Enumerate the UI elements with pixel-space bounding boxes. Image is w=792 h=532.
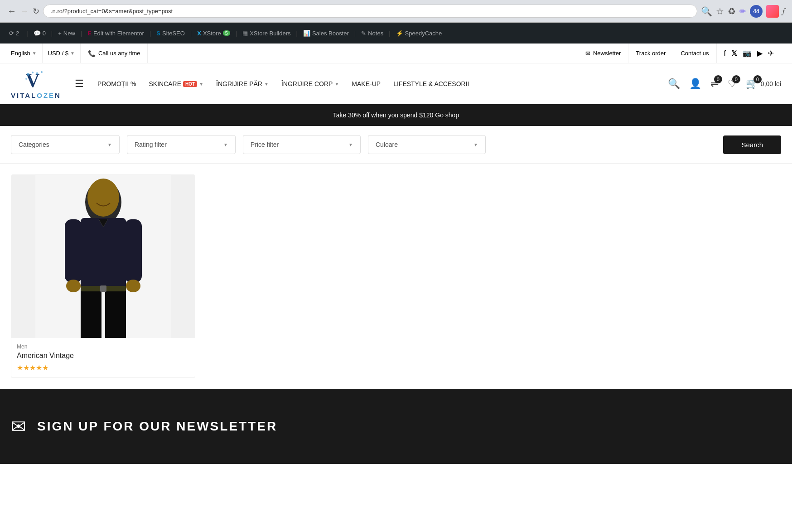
chevron-down-icon: ▼ [32, 51, 37, 56]
recycle-icon: ♻ [728, 6, 736, 17]
youtube-icon[interactable]: ▶ [757, 49, 763, 58]
currency-label: USD / $ [48, 50, 69, 57]
admin-sales-booster[interactable]: 📊 Sales Booster [299, 30, 353, 37]
ext-func-icon[interactable]: 𝑓 [782, 6, 785, 16]
svg-rect-14 [105, 287, 126, 338]
contact-us-item[interactable]: Contact us [673, 44, 716, 63]
instagram-icon[interactable]: 📷 [743, 49, 752, 58]
svg-rect-16 [100, 285, 106, 292]
product-info: Men American Vintage ★★★★★ [11, 338, 195, 377]
browser-bar: ← → ↻ .n.ro/?product_cat=0&s=amer&post_t… [0, 0, 792, 23]
admin-notes[interactable]: ✎ Notes [357, 30, 387, 37]
svg-point-18 [126, 280, 140, 292]
pen-ext-icon[interactable]: ✏ [739, 6, 746, 16]
admin-new[interactable]: + New [54, 30, 79, 37]
comment-icon: 💬 [34, 30, 41, 37]
admin-comments[interactable]: 💬 0 [30, 30, 49, 37]
nav-promotii[interactable]: PROMOȚII % [91, 63, 143, 104]
svg-point-17 [66, 280, 81, 292]
logo-svg: V [24, 70, 48, 90]
nav-lifestyle[interactable]: LIFESTYLE & ACCESORII [387, 63, 475, 104]
svg-point-3 [36, 73, 38, 75]
search-nav-icon[interactable]: 🔍 [668, 78, 680, 90]
product-name: American Vintage [17, 352, 189, 360]
facebook-icon[interactable]: f [724, 49, 726, 58]
categories-filter[interactable]: Categories ▼ [11, 135, 120, 154]
product-stars: ★★★★★ [17, 363, 189, 372]
telegram-icon[interactable]: ✈ [768, 49, 774, 58]
compare-icon-group[interactable]: ⇌ 0 [710, 78, 719, 90]
newsletter-envelope-icon: ✉ [11, 416, 26, 437]
chevron-categories: ▼ [107, 142, 112, 147]
refresh-button[interactable]: ↻ [33, 6, 39, 16]
wishlist-count: 0 [732, 75, 740, 83]
track-order-item[interactable]: Track order [628, 44, 673, 63]
color-filter[interactable]: Culoare ▼ [368, 135, 486, 154]
logo[interactable]: V VITALOZEN [11, 69, 61, 99]
currency-selector[interactable]: USD / $ ▼ [43, 44, 81, 63]
admin-xstore-builders[interactable]: ▦ XStore Builders [239, 30, 294, 37]
twitter-icon[interactable]: 𝕏 [731, 49, 737, 58]
promo-link[interactable]: Go shop [435, 111, 459, 119]
filter-bar: Categories ▼ Rating filter ▼ Price filte… [0, 126, 792, 164]
chevron-skincare: ▼ [199, 82, 203, 87]
nav-makeup[interactable]: MAKE-UP [345, 63, 387, 104]
url-bar[interactable]: .n.ro/?product_cat=0&s=amer&post_type=po… [43, 5, 697, 18]
search-icon[interactable]: 🔍 [701, 6, 712, 17]
bookmark-icon[interactable]: ☆ [716, 6, 724, 17]
admin-speedycache[interactable]: ⚡ SpeedyCache [392, 30, 446, 37]
admin-siteseo[interactable]: S SiteSEO [153, 30, 188, 37]
nav-links: PROMOȚII % SKINCARE HOT ▼ ÎNGRIJIRE PĂR … [91, 63, 476, 104]
cart-icon-group[interactable]: 🛒 0 0,00 lei [746, 78, 781, 90]
price-filter[interactable]: Price filter ▼ [243, 135, 361, 154]
admin-sep-9: | [389, 30, 390, 37]
promo-bar: Take 30% off when you spend $120 Go shop [0, 104, 792, 126]
price-label: Price filter [251, 141, 279, 148]
xstore-icon: X [197, 30, 201, 37]
admin-sep-7: | [296, 30, 298, 37]
promo-text: Take 30% off when you spend $120 [333, 111, 435, 119]
product-category: Men [17, 343, 189, 350]
nav-ingrijire-corp[interactable]: ÎNGRIJIRE CORP ▼ [275, 63, 345, 104]
siteseo-icon: S [156, 30, 160, 37]
back-button[interactable]: ← [7, 6, 16, 16]
customize-icon: ⟳ [9, 30, 14, 37]
admin-xstore[interactable]: X XStore 5 [193, 30, 234, 37]
chevron-corp: ▼ [334, 82, 339, 87]
forward-button[interactable]: → [20, 6, 29, 16]
admin-bar: ⟳ 2 | 💬 0 | + New | E Edit with Elemento… [0, 23, 792, 44]
nav-ingrijire-par[interactable]: ÎNGRIJIRE PĂR ▼ [210, 63, 275, 104]
plus-icon: + [58, 30, 62, 37]
svg-rect-11 [65, 219, 82, 283]
language-selector[interactable]: English ▼ [11, 44, 43, 63]
categories-label: Categories [19, 141, 49, 148]
admin-customize[interactable]: ⟳ 2 [5, 30, 24, 37]
cart-icon-wrap: 🛒 0 [746, 78, 758, 90]
product-grid: Men American Vintage ★★★★★ [0, 164, 792, 389]
search-button[interactable]: Search [723, 135, 781, 154]
svg-point-2 [32, 72, 34, 73]
ext-home-icon[interactable]: 44 [750, 5, 763, 18]
chevron-down-icon-2: ▼ [70, 51, 75, 56]
account-icon[interactable]: 👤 [689, 78, 701, 90]
logo-icon: V [22, 69, 49, 92]
right-info-items: ✉ Newsletter Track order Contact us f 𝕏 … [578, 44, 781, 63]
compare-count: 0 [714, 75, 722, 83]
ext-pink-icon[interactable] [766, 5, 779, 18]
newsletter-footer: ✉ SIGN UP FOR OUR NEWSLETTER [0, 389, 792, 464]
newsletter-item[interactable]: ✉ Newsletter [578, 44, 628, 63]
product-card[interactable]: Men American Vintage ★★★★★ [11, 174, 195, 378]
admin-sep-1: | [26, 30, 28, 37]
admin-elementor[interactable]: E Edit with Elementor [84, 30, 148, 37]
wishlist-icon-group[interactable]: ♡ 0 [728, 78, 737, 90]
rating-filter[interactable]: Rating filter ▼ [127, 135, 236, 154]
hamburger-button[interactable]: ☰ [75, 78, 84, 90]
newsletter-label: Newsletter [593, 50, 621, 57]
nav-skincare[interactable]: SKINCARE HOT ▼ [142, 63, 210, 104]
cart-count: 0 [753, 75, 762, 83]
svg-rect-13 [81, 287, 101, 338]
cart-amount: 0,00 lei [761, 80, 781, 87]
sales-icon: 📊 [303, 30, 310, 37]
mail-icon: ✉ [585, 50, 590, 57]
top-info-bar: English ▼ USD / $ ▼ 📞 Call us any time ✉… [0, 44, 792, 63]
